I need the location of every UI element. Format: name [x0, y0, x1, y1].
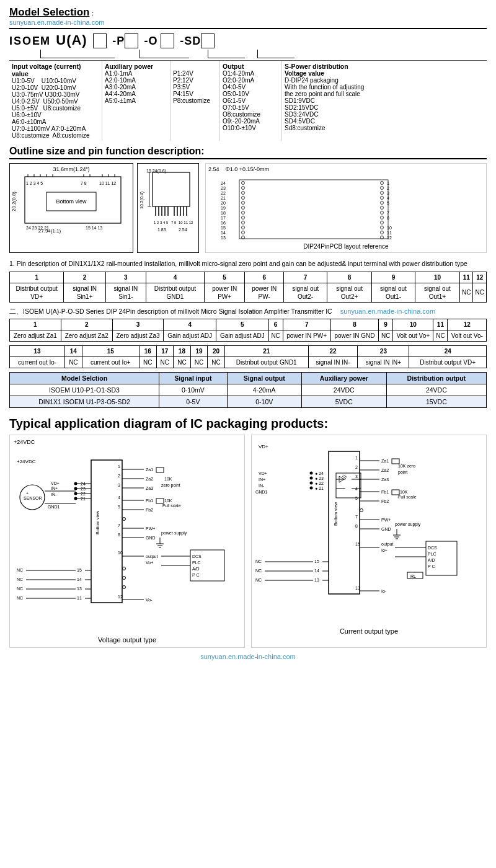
em-text: EM [32, 35, 50, 47]
svg-text:11: 11 [387, 231, 392, 235]
watermark-bottom: sunyuan.en.made-in-china.com [9, 653, 487, 660]
svg-text:16: 16 [221, 221, 226, 225]
svg-text:2.54: 2.54 [179, 228, 187, 232]
model-input-2: 0-5V [159, 396, 228, 407]
model-input-1: 0-10mV [159, 384, 228, 396]
box4 [201, 33, 215, 48]
aux-3: A3:0-20mA [105, 84, 167, 91]
svg-text:Fb2: Fb2 [146, 508, 153, 512]
outline-left-diagrams: 31.6mm(1.24") 20.2(0.8) 27.94(1.1) Botto… [9, 163, 199, 253]
svg-text:Vo-: Vo- [146, 598, 153, 602]
svg-text:PW+: PW+ [381, 518, 391, 522]
svg-text:2: 2 [118, 474, 120, 478]
iv-item-6: U6:0-±10V [12, 112, 99, 118]
o-title: Output [223, 63, 279, 70]
svg-point-72 [381, 211, 384, 215]
svg-point-76 [381, 231, 384, 234]
o-9: O9:-20-20mA [223, 118, 279, 125]
svg-point-64 [242, 231, 245, 234]
p-text: -P [112, 35, 125, 47]
svg-text:VD+: VD+ [259, 444, 268, 450]
aux-5: A5:0-±1mA [105, 97, 167, 104]
td2-9: NC [379, 330, 393, 341]
outline-section: 31.6mm(1.24") 20.2(0.8) 27.94(1.1) Botto… [9, 163, 487, 253]
side-svg: 15.24(0.6) 10.2(0.4) 1 2 3 4 5 7 8 10 11… [140, 166, 196, 234]
o-6: O6:1-5V [223, 97, 279, 104]
svg-text:NC: NC [255, 559, 262, 564]
svg-text:19: 19 [221, 206, 226, 210]
params-section: Input voltage (current) value U1:0-5V U1… [9, 60, 487, 141]
th-10: 10 [415, 272, 459, 283]
o-output-col: Output O1:4-20mA O2:0-20mA O4:0-5V O5:0-… [220, 61, 282, 141]
model-dist-1: 24VDC [386, 384, 486, 396]
svg-text:Io+: Io+ [381, 548, 388, 552]
svg-text:3: 3 [118, 483, 120, 487]
current-circuit-svg: VD+ VD+ IN+ IN- GND1 [255, 439, 472, 625]
sd-4: SD4:5VDC [285, 118, 484, 125]
p-5: P8:customize [173, 97, 217, 104]
model-row-2: DIN1X1 ISOEM U1-P3-O5-SD2 0-5V 0-10V 5VD… [10, 396, 487, 407]
svg-text:point: point [398, 470, 407, 475]
td-1-2: signal IN Sin1+ [64, 283, 105, 302]
svg-point-71 [381, 206, 384, 210]
td2-3: Zero adjust Za3 [112, 330, 164, 341]
svg-text:IN-: IN- [51, 492, 57, 497]
svg-text:VD+: VD+ [259, 471, 267, 476]
svg-point-153 [123, 576, 126, 579]
svg-text:20: 20 [221, 201, 226, 205]
arrow1 [40, 50, 115, 58]
watermark-top: sunyuan.en.made-in-china.com [9, 19, 104, 26]
svg-text:Bottom view: Bottom view [334, 502, 338, 526]
svg-text:SENSOR: SENSOR [24, 496, 42, 500]
p-output-col: P1:24V P2:12V P3:5V P4:15V P8:customize [170, 61, 220, 141]
model-name-1: ISOEM U10-P1-O1-SD3 [10, 384, 159, 396]
o-10: O10:0-±10V [223, 125, 279, 131]
mth-1: Model Selction [10, 372, 159, 384]
p-3: P3:5V [173, 84, 217, 91]
pin-table-1: 1 2 3 4 5 6 7 8 9 10 11 12 Distribut out… [9, 272, 487, 303]
current-type-label: Current output type [255, 627, 482, 635]
svg-point-59 [242, 206, 245, 210]
svg-rect-22 [153, 172, 190, 206]
th-1: 1 [10, 272, 64, 283]
svg-text:10 11 12: 10 11 12 [99, 181, 116, 185]
svg-text:17: 17 [221, 216, 226, 220]
sd-col: S-Power distribution Voltage value D-DIP… [282, 61, 487, 141]
o-1: O1:4-20mA [223, 70, 279, 77]
svg-text:21: 21 [221, 196, 226, 200]
iv-item-3: U3:0-75mV U30:0-30mV [12, 91, 99, 98]
td2-10: Volt out Vo+ [393, 330, 433, 341]
th2-8: 8 [330, 319, 378, 330]
page-title: Model Selection [9, 6, 89, 18]
pin-desc-title1: 1. Pin description of DIN1X1/1X2 rail-mo… [9, 259, 487, 269]
th2-7: 7 [283, 319, 330, 330]
svg-text:1: 1 [118, 464, 120, 469]
svg-text:10K: 10K [164, 477, 172, 481]
svg-text:Za3: Za3 [146, 486, 153, 490]
svg-point-58 [242, 202, 245, 205]
svg-text:Za3: Za3 [381, 477, 389, 482]
svg-text:15: 15 [221, 226, 226, 230]
svg-rect-215 [392, 459, 399, 464]
svg-text:Za2: Za2 [146, 477, 153, 481]
td3-15: current out Io+ [82, 356, 139, 368]
dip-pcb-svg: 24 23 22 21 20 19 18 17 16 15 14 13 [208, 174, 425, 242]
app-title: Typical application diagram of IC packag… [9, 417, 487, 431]
sd-title: S-Power distribution [285, 63, 484, 70]
sd-desc: With the function of adjusting [285, 84, 484, 91]
th-5: 5 [205, 272, 245, 283]
model-row-1: ISOEM U10-P1-O1-SD3 0-10mV 4-20mA 24VDC … [10, 384, 487, 396]
th2-1: 1 [10, 319, 61, 330]
svg-point-60 [242, 211, 245, 215]
svg-text:7 8: 7 8 [171, 221, 177, 224]
svg-text:Bottom view: Bottom view [56, 198, 87, 205]
th-2: 2 [64, 272, 105, 283]
svg-point-66 [381, 182, 384, 185]
th2-11: 11 [433, 319, 448, 330]
pin-table-2-top: 1 2 3 4 5 6 7 8 9 10 11 12 Zero adjust Z… [9, 319, 487, 342]
td-1-11: NC [460, 283, 473, 302]
model-selection-section: Model Selection： sunyuan.en.made-in-chin… [9, 6, 487, 29]
svg-text:Full scale: Full scale [398, 495, 417, 499]
svg-text:7: 7 [355, 515, 358, 519]
svg-text:18: 18 [221, 211, 226, 215]
